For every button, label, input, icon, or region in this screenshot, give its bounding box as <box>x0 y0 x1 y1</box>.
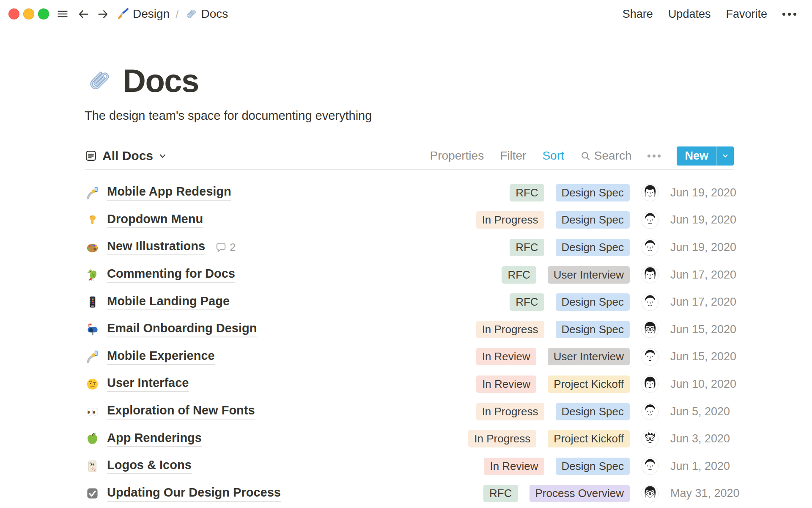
doc-type-badge: Design Spec <box>556 211 630 229</box>
edited-date: Jun 19, 2020 <box>670 186 734 199</box>
breadcrumb-item-design[interactable]: Design <box>116 7 170 21</box>
breadcrumb-label: Design <box>133 7 170 21</box>
table-row[interactable]: User Interface In Review Project Kickoff… <box>85 370 734 398</box>
forward-arrow-icon[interactable] <box>97 8 109 20</box>
status-badge: In Progress <box>468 430 536 447</box>
status-badge: RFC <box>483 485 518 502</box>
doc-type-badge: Design Spec <box>556 293 630 311</box>
status-badge: RFC <box>510 293 544 311</box>
table-row[interactable]: Mobile Landing Page RFC Design Spec Jun … <box>85 288 734 316</box>
status-badge: In Review <box>484 458 544 475</box>
edited-date: Jun 1, 2020 <box>670 460 734 473</box>
docs-list: Mobile App Redesign RFC Design Spec Jun … <box>85 170 734 507</box>
table-row[interactable]: Mobile Experience In Review User Intervi… <box>85 343 734 371</box>
sort-button[interactable]: Sort <box>542 149 564 163</box>
doc-title-link[interactable]: Exploration of New Fonts <box>107 403 255 420</box>
doc-type-badge: Project Kickoff <box>548 430 630 447</box>
table-row[interactable]: New Illustrations 2 RFC Design Spec Jun … <box>85 234 734 261</box>
avatar <box>641 375 659 393</box>
status-badge: In Progress <box>476 403 544 420</box>
avatar <box>641 403 659 420</box>
doc-title-link[interactable]: Mobile App Redesign <box>107 185 231 201</box>
search-icon <box>580 151 591 161</box>
edited-date: Jun 17, 2020 <box>670 268 734 282</box>
table-row[interactable]: Exploration of New Fonts In Progress Des… <box>85 398 734 425</box>
comment-bubble-icon <box>215 242 227 253</box>
checkbox-icon <box>85 487 100 500</box>
doc-type-badge: Process Overview <box>529 485 630 502</box>
doc-title-link[interactable]: Email Onboarding Design <box>107 321 257 337</box>
doc-title-link[interactable]: Mobile Landing Page <box>107 294 230 310</box>
status-badge: In Review <box>476 375 536 393</box>
edited-date: Jun 17, 2020 <box>670 295 734 309</box>
status-badge: RFC <box>510 184 544 202</box>
avatar <box>641 430 659 448</box>
back-arrow-icon[interactable] <box>77 8 90 20</box>
doc-title-link[interactable]: Updating Our Design Process <box>107 486 281 502</box>
status-badge: In Review <box>476 348 536 365</box>
doc-type-badge: Design Spec <box>556 321 630 338</box>
favorite-button[interactable]: Favorite <box>726 8 767 21</box>
doc-title-link[interactable]: Commenting for Docs <box>107 267 235 283</box>
avatar <box>641 211 659 229</box>
list-view-icon <box>85 149 97 162</box>
breadcrumb-item-docs[interactable]: Docs <box>184 7 228 21</box>
more-options-icon[interactable] <box>782 13 796 16</box>
status-badge: In Progress <box>476 321 544 338</box>
menu-icon[interactable] <box>56 8 69 20</box>
edited-date: Jun 10, 2020 <box>670 378 734 391</box>
doc-type-badge: Design Spec <box>556 403 630 420</box>
face-brow-icon <box>85 378 100 391</box>
table-row[interactable]: Email Onboarding Design In Progress Desi… <box>85 316 734 343</box>
table-row[interactable]: Dropdown Menu In Progress Design Spec Ju… <box>85 207 734 234</box>
new-button-label[interactable]: New <box>677 146 716 166</box>
new-button[interactable]: New <box>677 146 734 166</box>
doc-type-badge: User Interview <box>548 266 630 284</box>
doc-title-link[interactable]: User Interface <box>107 376 189 392</box>
avatar <box>641 457 659 475</box>
avatar <box>641 348 659 366</box>
page-title[interactable]: Docs <box>123 62 199 99</box>
doc-title-link[interactable]: Mobile Experience <box>107 349 215 365</box>
doc-type-badge: Project Kickoff <box>548 375 630 393</box>
edited-date: Jun 15, 2020 <box>670 323 734 336</box>
zoom-button[interactable] <box>38 8 49 19</box>
point-down-icon <box>85 213 100 226</box>
edited-date: Jun 19, 2020 <box>670 241 734 254</box>
parrot-icon <box>85 268 100 282</box>
toolbar-more-icon[interactable] <box>647 155 661 157</box>
page-icon-paperclip[interactable] <box>85 67 112 94</box>
edited-date: Jun 3, 2020 <box>670 432 734 445</box>
table-row[interactable]: Updating Our Design Process RFC Process … <box>85 480 734 508</box>
doc-title-link[interactable]: New Illustrations <box>107 239 205 255</box>
apple-icon <box>85 432 100 445</box>
share-button[interactable]: Share <box>623 8 653 21</box>
status-badge: RFC <box>502 266 536 284</box>
status-badge: In Progress <box>476 211 544 229</box>
filter-button[interactable]: Filter <box>500 149 526 163</box>
window-topbar: Design / Docs Share Updates Favorite <box>0 0 812 28</box>
doc-title-link[interactable]: App Renderings <box>107 431 202 447</box>
chevron-down-icon[interactable] <box>717 146 734 166</box>
table-row[interactable]: Logos & Icons In Review Design Spec Jun … <box>85 453 734 480</box>
table-row[interactable]: Mobile App Redesign RFC Design Spec Jun … <box>85 179 734 207</box>
minimize-button[interactable] <box>23 8 34 19</box>
edited-date: May 31, 2020 <box>670 487 734 500</box>
avatar <box>641 320 659 338</box>
doc-type-badge: User Interview <box>548 348 630 365</box>
doc-type-badge: Design Spec <box>556 458 630 475</box>
search-button[interactable]: Search <box>580 149 632 163</box>
eyes-icon <box>85 405 100 418</box>
doc-title-link[interactable]: Dropdown Menu <box>107 212 203 228</box>
breadcrumb-label: Docs <box>201 7 228 21</box>
page-subtitle[interactable]: The design team's space for documenting … <box>85 108 734 124</box>
table-row[interactable]: Commenting for Docs RFC User Interview J… <box>85 261 734 289</box>
close-button[interactable] <box>8 8 19 19</box>
updates-button[interactable]: Updates <box>668 8 711 21</box>
properties-button[interactable]: Properties <box>430 149 484 163</box>
doc-title-link[interactable]: Logos & Icons <box>107 458 192 474</box>
table-row[interactable]: App Renderings In Progress Project Kicko… <box>85 425 734 453</box>
view-switcher[interactable]: All Docs <box>85 149 167 163</box>
status-badge: RFC <box>510 239 544 256</box>
comment-count-number: 2 <box>230 241 236 254</box>
